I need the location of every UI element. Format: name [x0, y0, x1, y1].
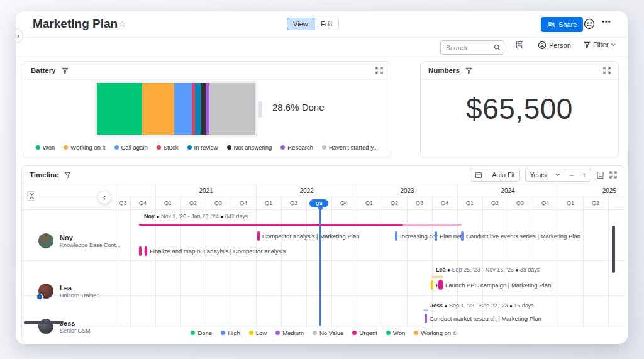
gantt-group-summary-label: Jess ● Sep 1, '23 - Sep 22, '23 ● 15 day…	[430, 302, 534, 309]
zoom-level-select[interactable]: Years	[526, 168, 565, 181]
gantt-item-bar[interactable]	[438, 280, 443, 290]
export-icon[interactable]	[596, 171, 604, 179]
gantt-item-bar[interactable]	[257, 231, 260, 241]
collapse-rows-icon[interactable]	[27, 191, 36, 201]
timeline-expand-icon[interactable]	[609, 171, 617, 179]
gantt-item-bar[interactable]	[435, 231, 437, 241]
legend-label: No Value	[319, 329, 343, 336]
zoom-out-button[interactable]: –	[565, 168, 578, 181]
timeline-quarter-cell[interactable]: Q1	[256, 197, 281, 209]
scroll-left-button[interactable]: ‹	[97, 191, 111, 204]
gantt-item-bar[interactable]	[145, 246, 147, 256]
battery-expand-icon[interactable]	[375, 67, 383, 74]
battery-filter-icon[interactable]	[62, 67, 69, 74]
gantt-item-bar[interactable]	[461, 231, 464, 241]
view-button[interactable]: View	[287, 18, 314, 30]
timeline-quarter-cell[interactable]: Q1	[155, 197, 180, 209]
timeline-year-label: 2021	[155, 185, 256, 197]
gantt-group-summary-line[interactable]	[139, 224, 403, 226]
horizontal-scrollbar[interactable]	[24, 321, 63, 324]
edit-button[interactable]: Edit	[314, 18, 339, 30]
timeline-quarter-cell[interactable]: Q1	[558, 197, 583, 209]
person-filter-button[interactable]: Person	[538, 41, 571, 50]
timeline-quarter-cell[interactable]: Q3	[116, 197, 130, 209]
timeline-quarter-cell[interactable]: Q3	[508, 197, 533, 209]
search-input[interactable]	[445, 43, 494, 52]
gantt-group-summary-line[interactable]	[423, 309, 428, 311]
person-filter-label: Person	[549, 41, 571, 49]
person-name[interactable]: Noy	[60, 234, 73, 241]
timeline-widget-header: Timeline Auto Fit Years	[22, 166, 625, 184]
save-view-icon[interactable]	[516, 41, 524, 49]
legend-item: Working on it	[64, 144, 105, 151]
timeline-quarter-cell[interactable]: Q2	[281, 197, 306, 209]
battery-segment[interactable]	[97, 83, 142, 135]
gantt-item[interactable]: Launch PPC campaign | Marketing Plan	[438, 280, 551, 290]
timeline-quarter-cell[interactable]: Q1	[457, 197, 482, 209]
legend-item: Research	[280, 144, 313, 151]
person-name[interactable]: Lea	[60, 284, 72, 292]
filter-button[interactable]: Filter	[584, 41, 616, 48]
numbers-expand-icon[interactable]	[603, 67, 611, 74]
timeline-quarter-cell[interactable]: Q4	[130, 197, 155, 209]
gantt-item[interactable]: Finalize and map out anaylsis | Competit…	[145, 246, 286, 256]
calendar-icon[interactable]	[470, 168, 487, 181]
row-border	[22, 260, 625, 261]
gantt-item-label: Increasing cor	[400, 233, 438, 240]
legend-label: Low	[256, 329, 267, 336]
row-border	[22, 209, 625, 210]
legend-dot-icon	[280, 145, 285, 150]
battery-chart	[95, 81, 257, 136]
timeline-quarter-cell[interactable]: Q4	[231, 197, 256, 209]
numbers-filter-icon[interactable]	[465, 67, 472, 74]
feedback-smiley-icon[interactable]	[582, 17, 597, 32]
timeline-quarter-cell[interactable]: Q2	[583, 197, 608, 209]
grid-line	[306, 197, 307, 209]
legend-dot-icon	[36, 145, 40, 150]
battery-legend: WonWorking on itCall againStuckIn review…	[23, 144, 391, 151]
auto-fit-button[interactable]: Auto Fit	[487, 168, 519, 181]
gantt-item-bar[interactable]	[139, 246, 142, 256]
timeline-quarter-cell[interactable]: Q4	[331, 197, 357, 209]
timeline-quarter-cell[interactable]: Q2	[382, 197, 407, 209]
gantt-item[interactable]: Conduct live events series | Marketing P…	[461, 231, 580, 241]
share-button[interactable]: Share	[541, 17, 583, 32]
legend-label: Not answering	[234, 144, 272, 151]
gantt-item-bar[interactable]	[425, 314, 427, 323]
battery-segment[interactable]	[209, 83, 255, 135]
grid-line	[533, 197, 533, 209]
legend-dot-icon	[157, 145, 161, 150]
gantt-item-bar[interactable]	[395, 231, 397, 241]
timeline-quarter-cell[interactable]: Q2	[482, 197, 508, 209]
timeline-filter-icon[interactable]	[64, 172, 71, 179]
timeline-quarter-cell[interactable]: Q4	[533, 197, 558, 209]
avatar[interactable]	[38, 284, 53, 299]
gantt-item[interactable]: Conduct market research | Marketing Plan	[425, 314, 541, 323]
battery-segment[interactable]	[142, 83, 174, 135]
legend-label: Working on it	[421, 329, 455, 336]
filter-label: Filter	[593, 41, 608, 48]
gantt-item[interactable]: Increasing cor	[395, 231, 438, 241]
timeline-quarter-cell[interactable]: Q3	[407, 197, 432, 209]
battery-segment[interactable]	[195, 83, 201, 135]
gantt-item-bar[interactable]	[431, 280, 433, 290]
battery-segment[interactable]	[201, 83, 206, 135]
favorite-star-icon[interactable]: ☆	[118, 19, 126, 29]
more-options-button[interactable]: •••	[602, 18, 611, 25]
gantt-group-summary-label: Noy ● Nov 2, '20 - Jan 23, '24 ● 842 day…	[144, 213, 248, 219]
battery-segment[interactable]	[174, 83, 192, 135]
vertical-scrollbar[interactable]	[612, 226, 615, 273]
timeline-quarter-cell[interactable]: Q2	[180, 197, 206, 209]
numbers-widget: Numbers $65,500	[420, 61, 619, 158]
timeline-quarter-cell[interactable]: Q3	[206, 197, 231, 209]
gantt-item[interactable]: Plan net	[435, 231, 462, 241]
gantt-group-summary-line[interactable]	[431, 276, 443, 278]
legend-item: Not answering	[227, 144, 272, 151]
timeline-quarter-cell[interactable]: Q4	[432, 197, 457, 209]
zoom-in-button[interactable]: +	[578, 168, 591, 181]
timeline-quarter-cell[interactable]	[608, 197, 625, 209]
legend-label: Working on it	[70, 144, 105, 151]
timeline-quarter-cell[interactable]: Q1	[357, 197, 382, 209]
avatar[interactable]	[38, 233, 53, 248]
gantt-item[interactable]: Competitor analysis | Marketing Plan	[257, 231, 360, 241]
